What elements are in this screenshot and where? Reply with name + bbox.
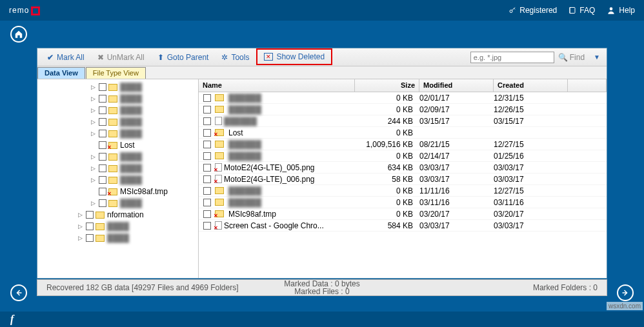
file-name: ██████ <box>228 186 261 195</box>
checkbox[interactable] <box>99 83 106 91</box>
tree-label: ████ <box>120 199 142 208</box>
checkbox[interactable] <box>203 94 211 102</box>
tree-row[interactable]: ▷████ <box>37 151 198 163</box>
goto-parent-button[interactable]: ⬆Goto Parent <box>152 52 215 63</box>
magnifier-icon: 🔍 <box>558 53 568 62</box>
checkbox[interactable] <box>99 164 106 172</box>
col-extra[interactable] <box>568 79 607 92</box>
file-size: 0 KB <box>355 210 419 219</box>
file-row[interactable]: ██████1,009,516 KB08/21/1512/27/15 <box>199 139 607 150</box>
tree-row[interactable]: ▷████ <box>37 174 198 186</box>
help-link[interactable]: Help <box>607 6 635 15</box>
checkbox[interactable] <box>203 129 211 137</box>
expand-icon[interactable]: ▷ <box>89 119 97 125</box>
tree-row[interactable]: ▷████ <box>37 81 198 93</box>
tree-row[interactable]: ▷████ <box>37 232 198 244</box>
checkbox[interactable] <box>99 176 106 184</box>
tree-row[interactable]: Lost <box>37 139 198 151</box>
file-created: 12/26/15 <box>494 105 568 114</box>
tab-data-view[interactable]: Data View <box>37 67 85 79</box>
tools-button[interactable]: ✲Tools <box>216 52 255 63</box>
tree-row[interactable]: ▷████ <box>37 104 198 116</box>
checkbox[interactable] <box>99 130 106 137</box>
expand-icon[interactable]: ▷ <box>76 212 84 218</box>
search-input[interactable] <box>470 52 554 63</box>
folder-icon <box>96 235 105 242</box>
checkbox[interactable] <box>203 210 211 218</box>
checkbox[interactable] <box>86 223 94 230</box>
file-row[interactable]: ██████0 KB11/11/1612/27/15 <box>199 185 607 197</box>
find-button[interactable]: 🔍Find <box>558 53 585 62</box>
expand-icon[interactable]: ▷ <box>89 165 97 172</box>
expand-icon[interactable]: ▷ <box>89 95 97 102</box>
checkbox[interactable] <box>99 95 106 103</box>
checkbox[interactable] <box>99 153 106 161</box>
registered-link[interactable]: Registered <box>508 6 557 15</box>
tree-row[interactable]: ▷████ <box>37 163 198 174</box>
unmark-all-button[interactable]: ✖UnMark All <box>92 52 150 63</box>
expand-icon[interactable]: ▷ <box>89 84 97 90</box>
col-created[interactable]: Created <box>494 79 568 92</box>
checkbox[interactable] <box>99 118 106 126</box>
expand-icon[interactable]: ▷ <box>89 177 97 183</box>
expand-icon[interactable]: ▷ <box>89 200 97 206</box>
file-row[interactable]: ██████0 KB03/11/1603/11/16 <box>199 197 607 208</box>
expand-icon[interactable]: ▷ <box>89 107 97 114</box>
mark-all-button[interactable]: ✔Mark All <box>41 52 90 63</box>
registered-label: Registered <box>519 6 557 15</box>
checkbox[interactable] <box>203 164 211 172</box>
show-deleted-button[interactable]: ✕Show Deleted <box>256 48 332 65</box>
checkbox[interactable] <box>99 199 106 207</box>
expand-icon[interactable]: ▷ <box>76 235 84 241</box>
tree-row[interactable]: ▷████ <box>37 221 198 232</box>
tab-file-type-view[interactable]: File Type View <box>86 67 146 79</box>
expand-icon[interactable]: ▷ <box>89 130 97 137</box>
home-button[interactable] <box>10 26 27 43</box>
tree-row[interactable]: ▷████ <box>37 128 198 139</box>
facebook-icon[interactable]: f <box>10 313 14 325</box>
expand-icon[interactable]: ▷ <box>89 154 97 160</box>
checkbox[interactable] <box>203 117 211 125</box>
file-row[interactable]: Lost0 KB <box>199 127 607 139</box>
checkbox[interactable] <box>203 141 211 148</box>
checkbox[interactable] <box>99 106 106 114</box>
checkbox[interactable] <box>203 175 211 183</box>
tree-row[interactable]: ▷████ <box>37 116 198 128</box>
tree-row[interactable]: ▷████ <box>37 197 198 209</box>
file-header: Name Size Modified Created <box>199 79 607 92</box>
checkbox[interactable] <box>86 211 94 219</box>
file-name: Screen Cast - Google Chro... <box>224 221 324 230</box>
file-row[interactable]: MotoE2(4G-LTE)_006.png58 KB03/03/1703/03… <box>199 173 607 185</box>
tree-row[interactable]: MSIc98af.tmp <box>37 186 198 197</box>
file-row[interactable]: ██████0 KB02/09/1712/26/15 <box>199 104 607 115</box>
checkbox[interactable] <box>203 222 211 230</box>
checkbox[interactable] <box>203 187 211 195</box>
file-row[interactable]: ██████244 KB03/15/1703/15/17 <box>199 115 607 127</box>
nav-forward-button[interactable] <box>617 284 634 301</box>
checkbox[interactable] <box>203 199 211 206</box>
checkbox[interactable] <box>203 152 211 160</box>
logo-text: remo <box>9 6 29 15</box>
tree-pane[interactable]: ▷████▷████▷████▷████▷████Lost▷████▷████▷… <box>37 79 199 278</box>
checkbox[interactable] <box>203 106 211 114</box>
nav-back-button[interactable] <box>10 284 27 301</box>
tree-row[interactable]: ▷nformation <box>37 209 198 221</box>
file-row[interactable]: MSIc98af.tmp0 KB03/20/1703/20/17 <box>199 208 607 220</box>
faq-link[interactable]: FAQ <box>569 6 595 15</box>
tree-row[interactable]: ▷████ <box>37 93 198 104</box>
folder-icon <box>108 165 117 172</box>
col-size[interactable]: Size <box>355 79 419 92</box>
find-label: Find <box>570 53 585 62</box>
checkbox[interactable] <box>99 188 106 195</box>
expand-icon[interactable]: ▷ <box>76 223 84 230</box>
dropdown-button[interactable]: ▼ <box>594 54 600 61</box>
checkbox[interactable] <box>86 234 94 242</box>
col-modified[interactable]: Modified <box>419 79 494 92</box>
file-row[interactable]: Screen Cast - Google Chro...584 KB03/03/… <box>199 220 607 232</box>
file-row[interactable]: MotoE2(4G-LTE)_005.png634 KB03/03/1703/0… <box>199 162 607 173</box>
checkbox[interactable] <box>99 141 106 149</box>
col-name[interactable]: Name <box>199 79 355 92</box>
file-row[interactable]: ██████0 KB02/14/1701/25/16 <box>199 150 607 162</box>
file-list[interactable]: ██████0 KB02/01/1712/31/15██████0 KB02/0… <box>199 92 607 278</box>
file-row[interactable]: ██████0 KB02/01/1712/31/15 <box>199 92 607 104</box>
